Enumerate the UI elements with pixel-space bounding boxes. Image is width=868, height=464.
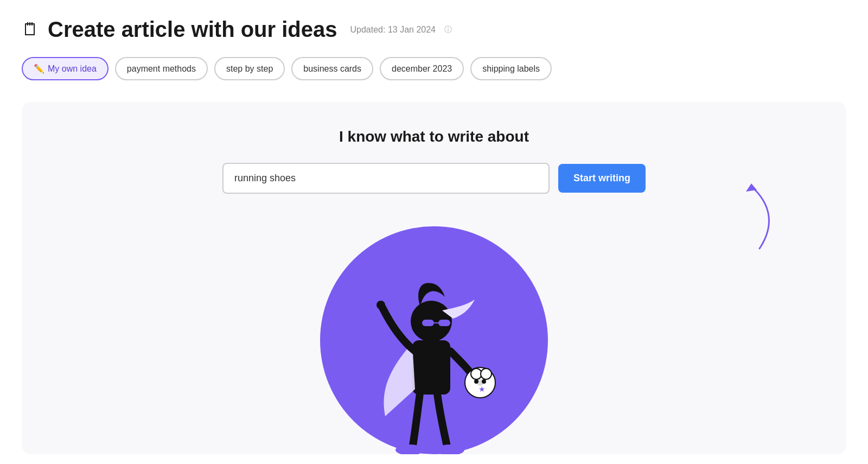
chip-icon-my-own-idea: ✏️ bbox=[34, 63, 44, 74]
updated-date: Updated: 13 Jan 2024 bbox=[350, 25, 436, 35]
svg-point-9 bbox=[474, 379, 478, 384]
svg-point-10 bbox=[482, 379, 486, 384]
page-title: Create article with our ideas bbox=[48, 17, 337, 42]
chips-row: ✏️My own ideapayment methodsstep by step… bbox=[22, 57, 846, 80]
chip-label-my-own-idea: My own idea bbox=[48, 64, 97, 74]
input-row: Start writing bbox=[222, 163, 646, 194]
chip-label-business-cards: business cards bbox=[303, 64, 361, 74]
chip-business-cards[interactable]: business cards bbox=[291, 57, 373, 80]
svg-point-7 bbox=[481, 368, 492, 379]
svg-point-1 bbox=[395, 444, 424, 454]
svg-rect-14 bbox=[438, 320, 450, 326]
character-illustration: ★ bbox=[336, 221, 532, 454]
svg-point-4 bbox=[376, 301, 385, 309]
chip-label-december-2023: december 2023 bbox=[392, 64, 452, 74]
chip-label-shipping-labels: shipping labels bbox=[482, 64, 540, 74]
illustration-container: ★ bbox=[43, 215, 825, 454]
chip-my-own-idea[interactable]: ✏️My own idea bbox=[22, 57, 108, 80]
page-header: 🗒 Create article with our ideas Updated:… bbox=[22, 17, 846, 42]
section-title: I know what to write about bbox=[43, 128, 825, 145]
svg-rect-3 bbox=[412, 340, 450, 395]
chip-shipping-labels[interactable]: shipping labels bbox=[470, 57, 552, 80]
chip-december-2023[interactable]: december 2023 bbox=[380, 57, 464, 80]
topic-input[interactable] bbox=[222, 163, 550, 194]
svg-rect-13 bbox=[422, 320, 434, 326]
main-content: I know what to write about Start writing bbox=[22, 102, 846, 454]
start-writing-button[interactable]: Start writing bbox=[558, 164, 646, 193]
chip-label-payment-methods: payment methods bbox=[127, 64, 196, 74]
svg-text:★: ★ bbox=[478, 385, 486, 393]
page-icon: 🗒 bbox=[22, 20, 39, 40]
chip-step-by-step[interactable]: step by step bbox=[214, 57, 285, 80]
info-icon[interactable]: ⓘ bbox=[444, 25, 452, 35]
chip-payment-methods[interactable]: payment methods bbox=[115, 57, 208, 80]
chip-label-step-by-step: step by step bbox=[226, 64, 273, 74]
svg-point-2 bbox=[436, 444, 464, 454]
